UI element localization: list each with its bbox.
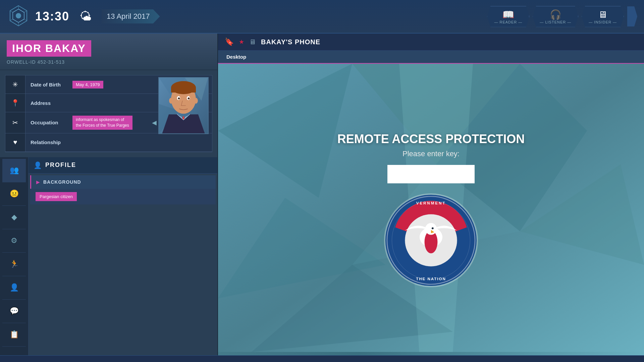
- svg-point-19: [188, 98, 190, 100]
- occupation-label: Occupation: [25, 116, 69, 129]
- tool-reader[interactable]: 📖 — READER —: [487, 6, 529, 27]
- section-background-title: BACKGROUND: [43, 179, 81, 185]
- insider-icon: 🖥: [598, 9, 607, 20]
- weather-icon: 🌤: [79, 9, 92, 23]
- subject-id: ORWELL-ID 452-31-513: [7, 59, 211, 65]
- topbar: 13:30 🌤 13 April 2017 📖 — READER — 🎧 — L…: [0, 0, 644, 34]
- profile-header-icon: 👤: [34, 161, 42, 169]
- device-tab-label: Desktop: [226, 54, 246, 60]
- reader-icon: 📖: [502, 9, 514, 20]
- info-card: ✳ Date of Birth May 4, 1979 📍 Address ✂ …: [5, 75, 212, 152]
- address-label: Address: [25, 97, 69, 109]
- sidebar-icon-group[interactable]: 👥: [2, 159, 26, 182]
- svg-point-37: [432, 227, 434, 229]
- profile-header-title: PROFILE: [45, 162, 76, 169]
- svg-line-5: [24, 19, 27, 21]
- dob-tag: May 4, 1979: [72, 81, 103, 88]
- main-content: IHOR BAKAY ORWELL-ID 452-31-513 ✳ Date o…: [0, 34, 644, 355]
- section-chevron-icon: ▶: [36, 179, 40, 185]
- sidebar-icon-notes[interactable]: 📋: [2, 323, 26, 347]
- device-type-icon: 🖥: [249, 38, 256, 46]
- tool-listener[interactable]: 🎧 — LISTENER —: [533, 6, 578, 27]
- listener-label: — LISTENER —: [540, 20, 571, 24]
- svg-point-20: [169, 98, 173, 104]
- address-icon: 📍: [5, 94, 25, 112]
- access-key-input[interactable]: [387, 165, 475, 183]
- svg-line-8: [10, 11, 13, 12]
- insider-label: — INSIDER —: [589, 20, 617, 24]
- dob-label: Date of Birth: [25, 78, 69, 91]
- right-panel: 🔖 ★ 🖥 BAKAY'S PHONE Desktop: [218, 34, 644, 355]
- occupation-icon: ✂: [5, 112, 25, 133]
- sidebar-icon-person[interactable]: 👤: [2, 276, 26, 300]
- sidebar-icon-face[interactable]: 😐: [2, 182, 26, 206]
- sidebar-icon-chat[interactable]: 💬: [2, 300, 26, 323]
- dob-icon: ✳: [5, 75, 25, 94]
- svg-text:VERNMENT: VERNMENT: [416, 201, 446, 205]
- svg-point-2: [16, 13, 21, 18]
- nation-seal: VERNMENT THE NATION: [384, 193, 478, 287]
- profile-section: 👤 PROFILE ▶ BACKGROUND Pargesian citizen: [29, 157, 217, 355]
- topbar-date: 13 April 2017: [102, 9, 160, 23]
- subject-portrait: [158, 77, 209, 134]
- relationship-value: [69, 139, 212, 146]
- profile-header: 👤 PROFILE: [29, 157, 217, 174]
- app-logo: [7, 4, 30, 29]
- relationship-row: ♥ Relationship: [5, 133, 212, 152]
- access-protection-subtitle: Please enter key:: [402, 149, 460, 158]
- svg-point-21: [194, 98, 198, 104]
- svg-line-7: [10, 19, 13, 21]
- device-tab-desktop[interactable]: Desktop: [218, 51, 644, 64]
- left-panel: IHOR BAKAY ORWELL-ID 452-31-513 ✳ Date o…: [0, 34, 218, 355]
- occupation-tag: informant as spokesman ofthe Forces of t…: [72, 116, 132, 130]
- profile-content: ▶ BACKGROUND Pargesian citizen: [29, 174, 217, 355]
- icon-sidebar: 👥 😐 ◆ ⚙ 🏃 👤 💬 📋: [0, 157, 29, 355]
- sidebar-icon-diamond[interactable]: ◆: [2, 206, 26, 229]
- svg-line-4: [24, 11, 27, 12]
- topbar-tools: 📖 — READER — 🎧 — LISTENER — 🖥 — INSIDER …: [487, 6, 637, 27]
- device-header: 🔖 ★ 🖥 BAKAY'S PHONE: [218, 34, 644, 51]
- bookmark-icon: 🔖: [225, 38, 234, 46]
- svg-rect-15: [171, 87, 196, 93]
- topbar-arrow: [627, 6, 637, 26]
- relationship-icon: ♥: [5, 133, 25, 152]
- reader-label: — READER —: [494, 20, 522, 24]
- section-background-tags: Pargesian citizen: [30, 189, 216, 204]
- access-protection-title: REMOTE ACCESS PROTECTION: [337, 132, 525, 146]
- svg-point-18: [178, 98, 180, 100]
- topbar-weather: 🌤: [79, 9, 95, 23]
- listener-icon: 🎧: [550, 9, 561, 20]
- subject-header: IHOR BAKAY ORWELL-ID 452-31-513: [0, 34, 217, 70]
- phone-screen: REMOTE ACCESS PROTECTION Please enter ke…: [218, 64, 644, 355]
- bottom-bar: [0, 355, 644, 362]
- section-background-header[interactable]: ▶ BACKGROUND: [30, 175, 216, 189]
- topbar-time: 13:30: [35, 9, 69, 23]
- subject-name: IHOR BAKAY: [7, 40, 91, 57]
- sidebar-tabs: 👥 😐 ◆ ⚙ 🏃 👤 💬 📋 👤 PROFILE ▶: [0, 157, 217, 355]
- sidebar-icon-run[interactable]: 🏃: [2, 253, 26, 276]
- tool-insider[interactable]: 🖥 — INSIDER —: [582, 6, 624, 27]
- svg-text:THE NATION: THE NATION: [416, 276, 446, 281]
- section-background: ▶ BACKGROUND Pargesian citizen: [30, 175, 216, 204]
- relationship-label: Relationship: [25, 136, 69, 148]
- device-name: BAKAY'S PHONE: [261, 38, 320, 46]
- tag-pargesian[interactable]: Pargesian citizen: [36, 192, 77, 201]
- expand-arrow-icon: ◀: [152, 119, 157, 126]
- flag-icon: ★: [239, 38, 244, 46]
- sidebar-icon-settings[interactable]: ⚙: [2, 229, 26, 253]
